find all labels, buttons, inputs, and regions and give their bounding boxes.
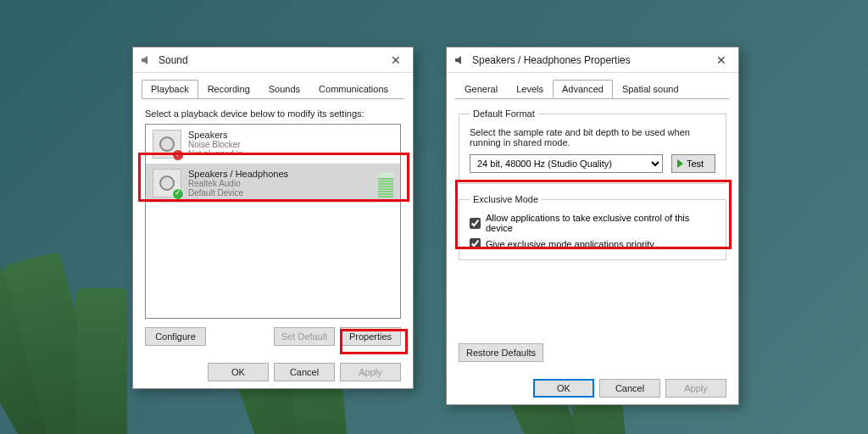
exclusive-control-checkbox[interactable]: Allow applications to take exclusive con…	[470, 213, 715, 233]
props-title: Speakers / Headphones Properties	[472, 54, 711, 66]
device-name: Speakers / Headphones	[188, 169, 371, 179]
cancel-button[interactable]: Cancel	[599, 379, 660, 398]
tab-general[interactable]: General	[455, 80, 507, 98]
tab-communications[interactable]: Communications	[309, 80, 398, 98]
test-button[interactable]: Test	[671, 154, 715, 173]
svg-marker-3	[458, 56, 461, 64]
svg-rect-2	[455, 58, 458, 62]
properties-dialog: Speakers / Headphones Properties ✕ Gener…	[446, 47, 739, 405]
sound-tabs: Playback Recording Sounds Communications	[133, 73, 413, 98]
svg-marker-1	[144, 56, 147, 64]
tab-spatial[interactable]: Spatial sound	[613, 80, 688, 98]
play-icon	[677, 159, 683, 168]
apply-button[interactable]: Apply	[665, 379, 726, 398]
device-row[interactable]: Speakers Noise Blocker Not plugged in	[146, 125, 400, 164]
tab-playback[interactable]: Playback	[142, 80, 198, 98]
cancel-button[interactable]: Cancel	[274, 363, 335, 381]
format-desc: Select the sample rate and bit depth to …	[470, 127, 715, 147]
tab-levels[interactable]: Levels	[507, 80, 553, 98]
exclusive-priority-checkbox[interactable]: Give exclusive mode applications priorit…	[470, 238, 715, 249]
device-driver: Realtek Audio	[188, 179, 371, 188]
speaker-icon	[153, 130, 181, 159]
device-status: Not plugged in	[188, 149, 393, 154]
default-format-group: Default Format Select the sample rate an…	[459, 108, 726, 184]
sound-titlebar: Sound ✕	[133, 47, 413, 73]
svg-rect-0	[142, 58, 144, 62]
format-legend: Default Format	[470, 108, 538, 119]
sound-title: Sound	[159, 54, 386, 66]
apply-button[interactable]: Apply	[340, 363, 401, 381]
playback-hint: Select a playback device below to modify…	[145, 108, 401, 119]
level-meter	[378, 169, 393, 198]
close-icon[interactable]: ✕	[386, 53, 406, 67]
device-name: Speakers	[188, 130, 393, 140]
configure-button[interactable]: Configure	[145, 327, 206, 346]
default-badge	[172, 188, 184, 200]
props-tabs: General Levels Advanced Spatial sound	[447, 73, 738, 98]
properties-button[interactable]: Properties	[340, 327, 401, 346]
ok-button[interactable]: OK	[533, 379, 594, 398]
sound-icon	[140, 53, 153, 67]
restore-defaults-button[interactable]: Restore Defaults	[459, 343, 543, 362]
tab-advanced[interactable]: Advanced	[553, 80, 613, 98]
exclusive-legend: Exclusive Mode	[470, 194, 542, 204]
format-select[interactable]: 24 bit, 48000 Hz (Studio Quality)	[470, 154, 663, 173]
props-titlebar: Speakers / Headphones Properties ✕	[447, 47, 738, 73]
device-status: Default Device	[188, 188, 371, 198]
speaker-icon	[153, 169, 181, 198]
set-default-button[interactable]: Set Default	[274, 327, 335, 346]
tab-sounds[interactable]: Sounds	[259, 80, 309, 98]
device-row[interactable]: Speakers / Headphones Realtek Audio Defa…	[146, 164, 400, 203]
device-driver: Noise Blocker	[188, 140, 393, 149]
playback-device-list[interactable]: Speakers Noise Blocker Not plugged in Sp…	[145, 124, 401, 319]
tab-recording[interactable]: Recording	[198, 80, 259, 98]
speaker-icon	[453, 53, 467, 67]
ok-button[interactable]: OK	[208, 363, 269, 381]
not-plugged-badge	[172, 149, 184, 161]
sound-dialog: Sound ✕ Playback Recording Sounds Commun…	[132, 47, 414, 389]
exclusive-mode-group: Exclusive Mode Allow applications to tak…	[459, 194, 726, 260]
close-icon[interactable]: ✕	[711, 53, 732, 67]
